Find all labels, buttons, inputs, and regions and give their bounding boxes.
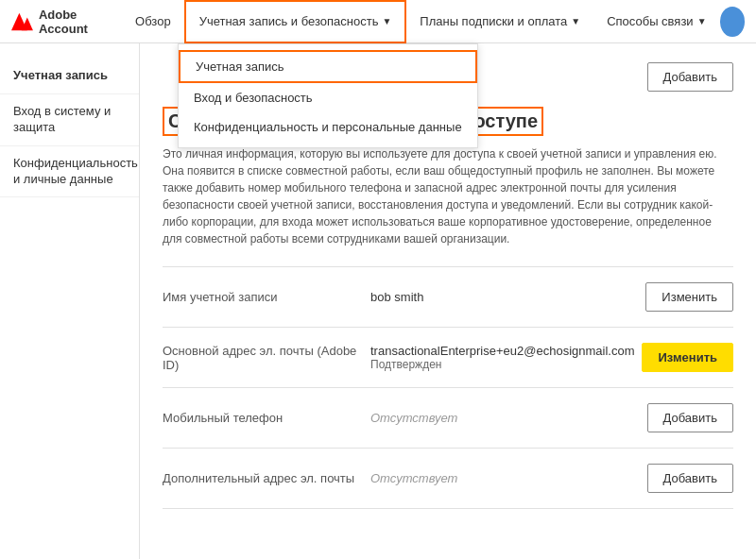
dropdown-item-login-security[interactable]: Вход и безопасность: [179, 83, 477, 112]
add-button[interactable]: Добавить: [647, 62, 733, 92]
sidebar-item-account[interactable]: Учетная запись: [0, 59, 139, 94]
nav-account-security-arrow: ▼: [382, 16, 391, 26]
sidebar-item-login-security[interactable]: Вход в систему и защита: [0, 94, 139, 146]
table-row: Мобильный телефон Отсутствует Добавить: [163, 388, 733, 449]
nav-overview[interactable]: Обзор: [122, 0, 184, 43]
mobile-label: Мобильный телефон: [163, 411, 370, 425]
backup-email-add-button[interactable]: Добавить: [647, 464, 733, 493]
dropdown-login-label: Вход и безопасность: [194, 91, 313, 105]
table-row: Дополнительный адрес эл. почты Отсутству…: [163, 449, 733, 509]
backup-email-value: Отсутствует: [370, 471, 647, 485]
nav-account-security[interactable]: Учетная запись и безопасность ▼: [184, 0, 407, 43]
mobile-add-button[interactable]: Добавить: [647, 403, 733, 432]
dropdown-privacy-label: Конфиденциальность и персональные данные: [194, 120, 462, 134]
email-address: transactionalEnterprise+eu2@echosignmail…: [370, 344, 634, 358]
sidebar-account-label: Учетная запись: [13, 68, 108, 82]
info-table: Имя учетной записи bob smith Изменить Ос…: [163, 266, 733, 509]
account-name-value: bob smith: [370, 290, 645, 304]
nav-subscriptions-arrow: ▼: [571, 16, 580, 26]
nav-contacts-arrow: ▼: [697, 16, 707, 26]
email-value: transactionalEnterprise+eu2@echosignmail…: [370, 344, 642, 371]
dropdown-menu: Учетная запись Вход и безопасность Конфи…: [178, 43, 478, 148]
account-name-label: Имя учетной записи: [163, 290, 370, 304]
nav-contacts[interactable]: Способы связи ▼: [593, 0, 719, 43]
nav-subscriptions-label: Планы подписки и оплата: [420, 14, 567, 28]
nav-items: Обзор Учетная запись и безопасность ▼ Пл…: [122, 0, 719, 43]
nav-contacts-label: Способы связи: [607, 14, 693, 28]
dropdown-account-label: Учетная запись: [196, 59, 284, 74]
dropdown-item-account[interactable]: Учетная запись: [179, 50, 477, 83]
sidebar-login-label: Вход в систему и защита: [13, 104, 111, 134]
avatar[interactable]: [720, 7, 745, 37]
sidebar-privacy-label: Конфиденциальность и личные данные: [13, 156, 138, 186]
table-row: Имя учетной записи bob smith Изменить: [163, 267, 733, 328]
mobile-value: Отсутствует: [370, 411, 647, 425]
account-name-change-button[interactable]: Изменить: [645, 282, 733, 312]
section-description: Это личная информация, которую вы исполь…: [163, 145, 733, 247]
nav-account-security-label: Учетная запись и безопасность: [199, 14, 379, 28]
backup-email-label: Дополнительный адрес эл. почты: [163, 471, 370, 485]
adobe-logo-icon: [11, 11, 33, 32]
sidebar: Учетная запись Вход в систему и защита К…: [0, 43, 140, 559]
email-verified: Подтвержден: [370, 358, 642, 371]
table-row: Основной адрес эл. почты (Adobe ID) tran…: [163, 328, 733, 388]
nav-subscriptions[interactable]: Планы подписки и оплата ▼: [406, 0, 593, 43]
nav-overview-label: Обзор: [135, 14, 171, 28]
dropdown-item-privacy[interactable]: Конфиденциальность и персональные данные: [179, 112, 477, 142]
sidebar-item-privacy[interactable]: Конфиденциальность и личные данные: [0, 146, 139, 198]
email-change-button[interactable]: Изменить: [642, 343, 733, 372]
adobe-logo: Adobe Account: [11, 8, 112, 36]
adobe-account-text: Adobe Account: [39, 8, 112, 36]
email-label: Основной адрес эл. почты (Adobe ID): [163, 344, 370, 372]
top-navigation: Adobe Account Обзор Учетная запись и без…: [0, 0, 756, 43]
